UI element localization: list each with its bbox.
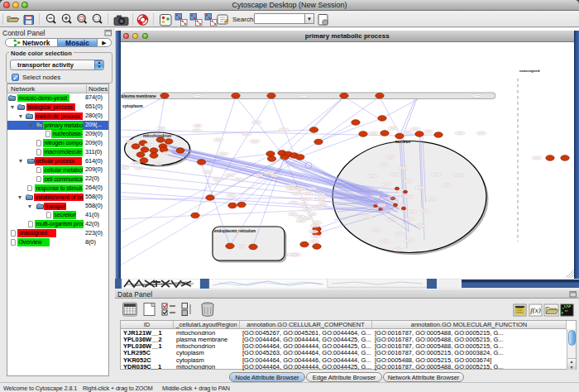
svg-text:f(x): f(x)	[530, 306, 541, 314]
svg-text:cytoplasm: cytoplasm	[122, 103, 143, 108]
svg-text:unassigned: unassigned	[519, 69, 540, 73]
svg-text:endoplasmic reticulum: endoplasmic reticulum	[214, 229, 256, 233]
svg-text:plasma membrane: plasma membrane	[122, 94, 156, 98]
